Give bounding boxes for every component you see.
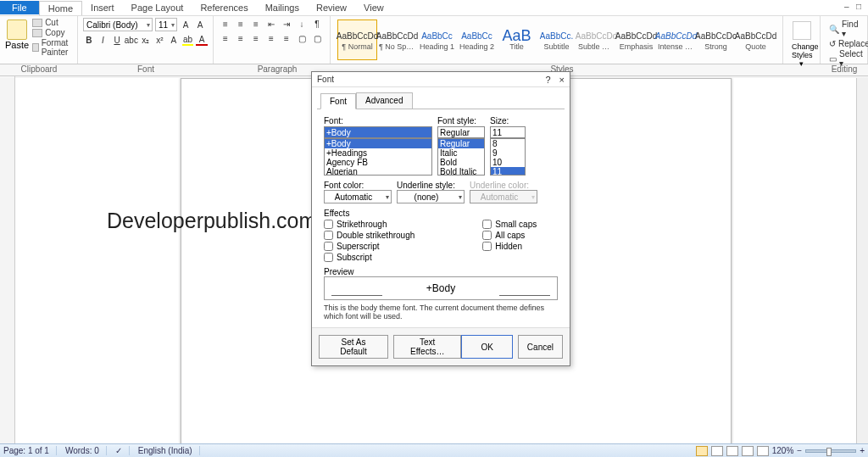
view-print-layout[interactable] xyxy=(696,446,708,456)
highlight-color-button[interactable]: ab xyxy=(182,34,194,46)
cut-button[interactable]: Cut xyxy=(32,18,72,27)
zoom-out-button[interactable]: − xyxy=(797,446,802,455)
font-size-input[interactable] xyxy=(490,126,526,138)
tab-view[interactable]: View xyxy=(355,1,392,14)
checkbox-input[interactable] xyxy=(482,242,492,251)
change-styles-button[interactable]: Change Styles ▾ xyxy=(792,42,811,68)
effect-checkbox[interactable]: Strikethrough xyxy=(324,220,415,229)
justify-button[interactable]: ≡ xyxy=(264,32,278,44)
dialog-tab-advanced[interactable]: Advanced xyxy=(356,92,412,109)
checkbox-input[interactable] xyxy=(324,231,333,240)
style-item[interactable]: AaBbCcDdEmphasis xyxy=(616,20,656,60)
style-item[interactable]: AaBbCcDdIntense Em… xyxy=(656,20,696,60)
status-proofing-icon[interactable]: ✓ xyxy=(115,446,130,455)
grow-font-button[interactable]: A xyxy=(180,19,192,31)
list-option[interactable]: +Headings xyxy=(325,148,431,158)
list-option[interactable]: Bold Italic xyxy=(438,167,484,176)
font-style-input[interactable] xyxy=(437,126,485,138)
cancel-button[interactable]: Cancel xyxy=(518,335,563,359)
font-name-input[interactable] xyxy=(324,126,432,138)
font-list[interactable]: +Body+HeadingsAgency FBAlgerianArial xyxy=(324,138,432,176)
window-minimize-icon[interactable]: – xyxy=(844,2,853,10)
ok-button[interactable]: OK xyxy=(461,335,512,359)
list-option[interactable]: Algerian xyxy=(325,167,431,176)
vertical-scrollbar[interactable] xyxy=(856,78,868,443)
font-family-combo[interactable]: Calibri (Body) xyxy=(83,18,153,31)
status-language[interactable]: English (India) xyxy=(138,446,200,455)
superscript-button[interactable]: x² xyxy=(154,34,166,46)
view-draft[interactable] xyxy=(757,446,769,456)
style-item[interactable]: AaBbCcDd¶ No Spacing xyxy=(377,20,417,60)
zoom-in-button[interactable]: + xyxy=(860,446,865,455)
view-full-screen[interactable] xyxy=(711,446,723,456)
style-item[interactable]: AaBbCcDdQuote xyxy=(736,20,776,60)
checkbox-input[interactable] xyxy=(324,220,333,229)
tab-page-layout[interactable]: Page Layout xyxy=(123,1,192,14)
zoom-slider-thumb[interactable] xyxy=(826,448,832,456)
underline-button[interactable]: U xyxy=(111,34,123,46)
effect-checkbox[interactable]: Double strikethrough xyxy=(324,231,415,240)
bullets-button[interactable]: ≡ xyxy=(219,18,232,30)
effect-checkbox[interactable]: Subscript xyxy=(324,253,415,262)
borders-button[interactable]: ▢ xyxy=(310,32,324,44)
strikethrough-button[interactable]: abc xyxy=(125,34,137,46)
style-item[interactable]: AaBbCcDdSubtle Emp… xyxy=(576,20,616,60)
window-restore-icon[interactable]: □ xyxy=(856,2,865,10)
tab-insert[interactable]: Insert xyxy=(82,1,123,14)
list-option[interactable]: 11 xyxy=(491,167,525,176)
dialog-tab-font[interactable]: Font xyxy=(320,93,356,109)
dialog-titlebar[interactable]: Font ? × xyxy=(312,72,570,87)
italic-button[interactable]: I xyxy=(97,34,109,46)
style-item[interactable]: AaBTitle xyxy=(497,20,537,60)
tab-mailings[interactable]: Mailings xyxy=(257,1,308,14)
copy-button[interactable]: Copy xyxy=(32,28,72,37)
view-outline[interactable] xyxy=(742,446,754,456)
list-option[interactable]: 9 xyxy=(491,148,525,158)
effect-checkbox[interactable]: Superscript xyxy=(324,242,415,251)
select-button[interactable]: ▭Select ▾ xyxy=(829,49,859,68)
document-text[interactable]: Developerpublish.com xyxy=(107,209,316,233)
list-option[interactable]: 10 xyxy=(491,158,525,167)
replace-button[interactable]: ↺Replace xyxy=(829,39,859,48)
style-item[interactable]: AaBbCc.Subtitle xyxy=(537,20,576,60)
dialog-close-button[interactable]: × xyxy=(559,75,565,85)
set-as-default-button[interactable]: Set As Default xyxy=(319,335,388,359)
vertical-ruler[interactable] xyxy=(0,78,15,443)
format-painter-button[interactable]: Format Painter xyxy=(32,38,72,57)
checkbox-input[interactable] xyxy=(324,253,333,262)
list-option[interactable]: +Body xyxy=(325,139,431,148)
align-center-button[interactable]: ≡ xyxy=(234,32,248,44)
status-words[interactable]: Words: 0 xyxy=(65,446,107,455)
checkbox-input[interactable] xyxy=(324,242,333,251)
line-spacing-button[interactable]: ≡ xyxy=(280,32,293,44)
status-page[interactable]: Page: 1 of 1 xyxy=(3,446,57,455)
font-size-combo[interactable]: 11 xyxy=(155,18,177,31)
list-option[interactable]: Agency FB xyxy=(325,158,431,167)
zoom-percent[interactable]: 120% xyxy=(772,446,794,455)
subscript-button[interactable]: x₂ xyxy=(140,34,152,46)
view-web-layout[interactable] xyxy=(726,446,738,456)
list-option[interactable]: Regular xyxy=(438,139,484,148)
text-effects-button[interactable]: Text Effects… xyxy=(393,335,461,359)
tab-file[interactable]: File xyxy=(0,1,39,14)
shrink-font-button[interactable]: A xyxy=(194,19,206,31)
checkbox-input[interactable] xyxy=(482,231,492,240)
list-option[interactable]: Italic xyxy=(438,148,484,158)
style-item[interactable]: AaBbCcDd¶ Normal xyxy=(337,20,377,60)
font-color-button[interactable]: A xyxy=(196,34,208,46)
font-size-list[interactable]: 89101112 xyxy=(490,138,526,176)
tab-review[interactable]: Review xyxy=(308,1,355,14)
dialog-help-button[interactable]: ? xyxy=(545,75,550,85)
tab-home[interactable]: Home xyxy=(39,1,82,15)
find-button[interactable]: 🔍Find ▾ xyxy=(829,20,859,38)
checkbox-input[interactable] xyxy=(482,220,492,229)
list-option[interactable]: Bold xyxy=(438,158,484,167)
effect-checkbox[interactable]: All caps xyxy=(482,231,537,240)
text-effects-button[interactable]: A xyxy=(168,34,180,46)
show-marks-button[interactable]: ¶ xyxy=(310,18,324,30)
numbering-button[interactable]: ≡ xyxy=(234,18,248,30)
align-right-button[interactable]: ≡ xyxy=(249,32,263,44)
multilevel-list-button[interactable]: ≡ xyxy=(249,18,263,30)
font-style-list[interactable]: RegularItalicBoldBold Italic xyxy=(437,138,485,176)
effect-checkbox[interactable]: Small caps xyxy=(482,220,537,229)
